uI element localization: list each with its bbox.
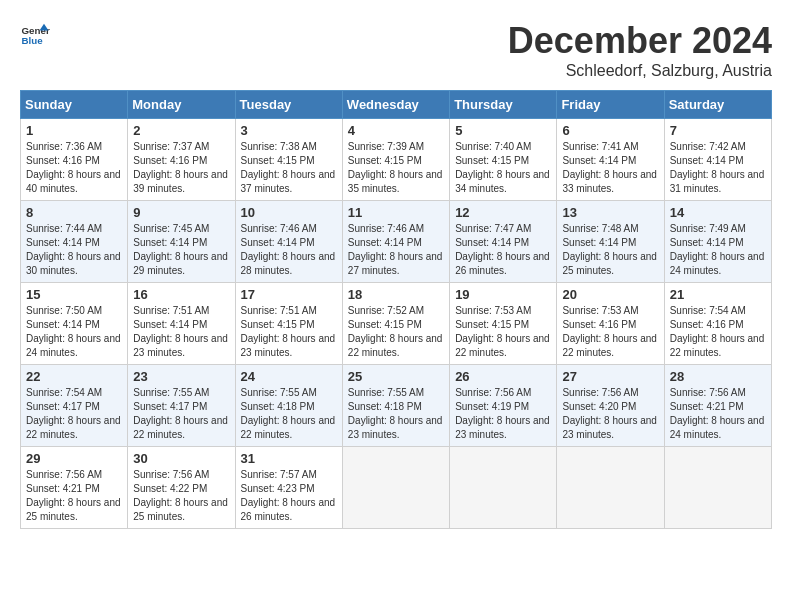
calendar-cell <box>557 447 664 529</box>
calendar-cell: 30Sunrise: 7:56 AM Sunset: 4:22 PM Dayli… <box>128 447 235 529</box>
day-number: 27 <box>562 369 658 384</box>
col-wednesday: Wednesday <box>342 91 449 119</box>
calendar-cell: 4Sunrise: 7:39 AM Sunset: 4:15 PM Daylig… <box>342 119 449 201</box>
day-number: 21 <box>670 287 766 302</box>
header-row: Sunday Monday Tuesday Wednesday Thursday… <box>21 91 772 119</box>
calendar-cell <box>342 447 449 529</box>
day-number: 31 <box>241 451 337 466</box>
calendar-week-row: 1Sunrise: 7:36 AM Sunset: 4:16 PM Daylig… <box>21 119 772 201</box>
calendar-cell: 10Sunrise: 7:46 AM Sunset: 4:14 PM Dayli… <box>235 201 342 283</box>
day-info: Sunrise: 7:56 AM Sunset: 4:20 PM Dayligh… <box>562 386 658 442</box>
day-info: Sunrise: 7:40 AM Sunset: 4:15 PM Dayligh… <box>455 140 551 196</box>
day-info: Sunrise: 7:47 AM Sunset: 4:14 PM Dayligh… <box>455 222 551 278</box>
day-number: 19 <box>455 287 551 302</box>
day-number: 7 <box>670 123 766 138</box>
col-thursday: Thursday <box>450 91 557 119</box>
day-info: Sunrise: 7:42 AM Sunset: 4:14 PM Dayligh… <box>670 140 766 196</box>
day-info: Sunrise: 7:55 AM Sunset: 4:17 PM Dayligh… <box>133 386 229 442</box>
day-info: Sunrise: 7:53 AM Sunset: 4:15 PM Dayligh… <box>455 304 551 360</box>
day-number: 22 <box>26 369 122 384</box>
day-info: Sunrise: 7:51 AM Sunset: 4:15 PM Dayligh… <box>241 304 337 360</box>
day-number: 29 <box>26 451 122 466</box>
calendar-cell: 12Sunrise: 7:47 AM Sunset: 4:14 PM Dayli… <box>450 201 557 283</box>
day-number: 23 <box>133 369 229 384</box>
day-number: 28 <box>670 369 766 384</box>
calendar-table: Sunday Monday Tuesday Wednesday Thursday… <box>20 90 772 529</box>
day-info: Sunrise: 7:38 AM Sunset: 4:15 PM Dayligh… <box>241 140 337 196</box>
day-number: 13 <box>562 205 658 220</box>
svg-text:Blue: Blue <box>22 35 44 46</box>
calendar-cell: 9Sunrise: 7:45 AM Sunset: 4:14 PM Daylig… <box>128 201 235 283</box>
day-info: Sunrise: 7:56 AM Sunset: 4:21 PM Dayligh… <box>26 468 122 524</box>
calendar-cell: 21Sunrise: 7:54 AM Sunset: 4:16 PM Dayli… <box>664 283 771 365</box>
calendar-cell: 14Sunrise: 7:49 AM Sunset: 4:14 PM Dayli… <box>664 201 771 283</box>
calendar-cell: 27Sunrise: 7:56 AM Sunset: 4:20 PM Dayli… <box>557 365 664 447</box>
day-number: 11 <box>348 205 444 220</box>
day-number: 20 <box>562 287 658 302</box>
calendar-cell: 11Sunrise: 7:46 AM Sunset: 4:14 PM Dayli… <box>342 201 449 283</box>
day-number: 16 <box>133 287 229 302</box>
calendar-cell: 22Sunrise: 7:54 AM Sunset: 4:17 PM Dayli… <box>21 365 128 447</box>
col-tuesday: Tuesday <box>235 91 342 119</box>
calendar-cell: 8Sunrise: 7:44 AM Sunset: 4:14 PM Daylig… <box>21 201 128 283</box>
day-number: 18 <box>348 287 444 302</box>
calendar-cell <box>450 447 557 529</box>
day-number: 15 <box>26 287 122 302</box>
subtitle: Schleedorf, Salzburg, Austria <box>508 62 772 80</box>
calendar-week-row: 8Sunrise: 7:44 AM Sunset: 4:14 PM Daylig… <box>21 201 772 283</box>
calendar-cell: 16Sunrise: 7:51 AM Sunset: 4:14 PM Dayli… <box>128 283 235 365</box>
day-info: Sunrise: 7:52 AM Sunset: 4:15 PM Dayligh… <box>348 304 444 360</box>
day-number: 17 <box>241 287 337 302</box>
calendar-cell: 5Sunrise: 7:40 AM Sunset: 4:15 PM Daylig… <box>450 119 557 201</box>
day-number: 26 <box>455 369 551 384</box>
calendar-cell: 31Sunrise: 7:57 AM Sunset: 4:23 PM Dayli… <box>235 447 342 529</box>
calendar-cell: 1Sunrise: 7:36 AM Sunset: 4:16 PM Daylig… <box>21 119 128 201</box>
day-info: Sunrise: 7:37 AM Sunset: 4:16 PM Dayligh… <box>133 140 229 196</box>
day-info: Sunrise: 7:45 AM Sunset: 4:14 PM Dayligh… <box>133 222 229 278</box>
main-title: December 2024 <box>508 20 772 62</box>
calendar-cell: 25Sunrise: 7:55 AM Sunset: 4:18 PM Dayli… <box>342 365 449 447</box>
col-sunday: Sunday <box>21 91 128 119</box>
day-info: Sunrise: 7:53 AM Sunset: 4:16 PM Dayligh… <box>562 304 658 360</box>
calendar-cell: 3Sunrise: 7:38 AM Sunset: 4:15 PM Daylig… <box>235 119 342 201</box>
day-info: Sunrise: 7:46 AM Sunset: 4:14 PM Dayligh… <box>241 222 337 278</box>
title-section: December 2024 Schleedorf, Salzburg, Aust… <box>508 20 772 80</box>
day-info: Sunrise: 7:41 AM Sunset: 4:14 PM Dayligh… <box>562 140 658 196</box>
calendar-week-row: 29Sunrise: 7:56 AM Sunset: 4:21 PM Dayli… <box>21 447 772 529</box>
day-info: Sunrise: 7:50 AM Sunset: 4:14 PM Dayligh… <box>26 304 122 360</box>
calendar-cell <box>664 447 771 529</box>
calendar-cell: 7Sunrise: 7:42 AM Sunset: 4:14 PM Daylig… <box>664 119 771 201</box>
day-number: 14 <box>670 205 766 220</box>
calendar-cell: 17Sunrise: 7:51 AM Sunset: 4:15 PM Dayli… <box>235 283 342 365</box>
day-number: 1 <box>26 123 122 138</box>
day-info: Sunrise: 7:54 AM Sunset: 4:16 PM Dayligh… <box>670 304 766 360</box>
day-number: 10 <box>241 205 337 220</box>
page-header: General Blue December 2024 Schleedorf, S… <box>20 20 772 80</box>
day-number: 24 <box>241 369 337 384</box>
day-info: Sunrise: 7:57 AM Sunset: 4:23 PM Dayligh… <box>241 468 337 524</box>
col-friday: Friday <box>557 91 664 119</box>
col-saturday: Saturday <box>664 91 771 119</box>
day-info: Sunrise: 7:56 AM Sunset: 4:22 PM Dayligh… <box>133 468 229 524</box>
logo: General Blue <box>20 20 50 50</box>
calendar-cell: 29Sunrise: 7:56 AM Sunset: 4:21 PM Dayli… <box>21 447 128 529</box>
day-info: Sunrise: 7:55 AM Sunset: 4:18 PM Dayligh… <box>241 386 337 442</box>
col-monday: Monday <box>128 91 235 119</box>
day-info: Sunrise: 7:56 AM Sunset: 4:19 PM Dayligh… <box>455 386 551 442</box>
day-info: Sunrise: 7:51 AM Sunset: 4:14 PM Dayligh… <box>133 304 229 360</box>
calendar-cell: 18Sunrise: 7:52 AM Sunset: 4:15 PM Dayli… <box>342 283 449 365</box>
day-number: 5 <box>455 123 551 138</box>
calendar-cell: 2Sunrise: 7:37 AM Sunset: 4:16 PM Daylig… <box>128 119 235 201</box>
day-info: Sunrise: 7:39 AM Sunset: 4:15 PM Dayligh… <box>348 140 444 196</box>
calendar-cell: 13Sunrise: 7:48 AM Sunset: 4:14 PM Dayli… <box>557 201 664 283</box>
day-number: 2 <box>133 123 229 138</box>
day-number: 3 <box>241 123 337 138</box>
day-info: Sunrise: 7:48 AM Sunset: 4:14 PM Dayligh… <box>562 222 658 278</box>
day-info: Sunrise: 7:44 AM Sunset: 4:14 PM Dayligh… <box>26 222 122 278</box>
calendar-cell: 28Sunrise: 7:56 AM Sunset: 4:21 PM Dayli… <box>664 365 771 447</box>
day-number: 9 <box>133 205 229 220</box>
day-info: Sunrise: 7:49 AM Sunset: 4:14 PM Dayligh… <box>670 222 766 278</box>
logo-icon: General Blue <box>20 20 50 50</box>
calendar-week-row: 15Sunrise: 7:50 AM Sunset: 4:14 PM Dayli… <box>21 283 772 365</box>
calendar-cell: 19Sunrise: 7:53 AM Sunset: 4:15 PM Dayli… <box>450 283 557 365</box>
